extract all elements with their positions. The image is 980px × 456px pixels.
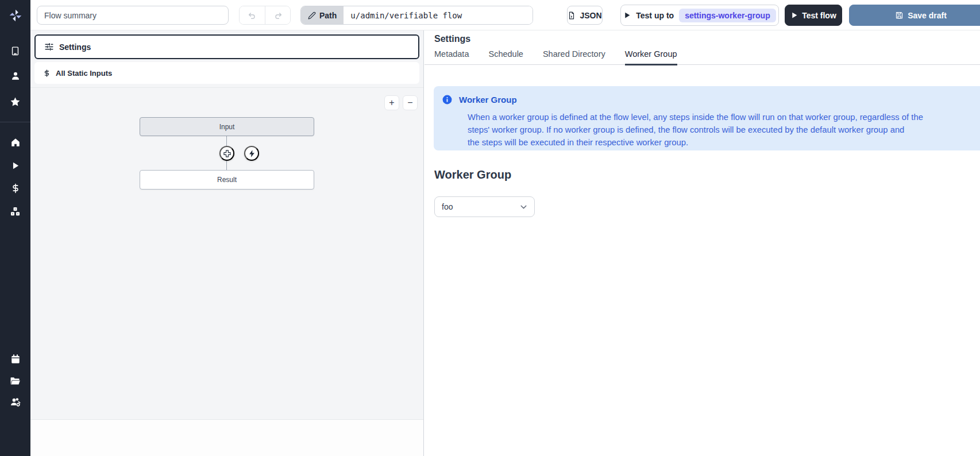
settings-panel-title: Settings (434, 34, 470, 44)
windmill-pinwheel-icon (8, 8, 23, 23)
tab-metadata[interactable]: Metadata (434, 49, 469, 64)
sidebar-item-resources[interactable] (0, 201, 30, 222)
app-sidebar (0, 0, 30, 456)
undo-icon (248, 11, 257, 20)
redo-button[interactable] (265, 6, 290, 24)
sidebar-item-schedules[interactable] (0, 349, 30, 369)
path-value-input[interactable] (344, 6, 533, 24)
input-node[interactable]: Input (140, 117, 314, 136)
tab-schedule[interactable]: Schedule (488, 49, 523, 64)
flow-footer-strip (30, 419, 423, 456)
variables-dollar-icon (10, 183, 21, 194)
alert-line: When a worker group is defined at the fl… (468, 111, 980, 123)
favorites-star-icon (10, 96, 21, 107)
sidebar-item-home[interactable] (0, 132, 30, 153)
folders-icon (10, 376, 21, 387)
input-node-label: Input (219, 123, 235, 131)
info-icon (442, 94, 453, 105)
save-draft-button[interactable]: Save draft (849, 5, 980, 26)
settings-panel: Settings Metadata Schedule Shared Direct… (425, 30, 980, 456)
sidebar-item-workers[interactable] (0, 392, 30, 412)
dollar-icon (43, 69, 51, 78)
worker-group-select-value: foo (442, 202, 453, 211)
edit-path-button[interactable]: Path (301, 6, 344, 24)
test-up-to-button[interactable]: Test up to settings-worker-group (620, 5, 779, 26)
json-button[interactable]: JSON (567, 6, 603, 25)
flow-settings-label: Settings (59, 42, 91, 52)
chevron-down-icon (519, 202, 528, 212)
add-trigger-button[interactable] (244, 146, 259, 161)
play-icon (790, 11, 798, 19)
tab-worker-group[interactable]: Worker Group (625, 49, 677, 65)
windmill-logo[interactable] (0, 0, 30, 30)
sidebar-item-favorites[interactable] (0, 91, 30, 112)
sidebar-item-folders[interactable] (0, 370, 30, 391)
zap-icon (248, 149, 256, 158)
canvas-zoom-in-button[interactable]: + (384, 95, 399, 110)
save-draft-label: Save draft (908, 11, 947, 20)
save-icon (895, 11, 904, 20)
canvas-zoom-out-button[interactable]: − (403, 95, 418, 110)
runs-play-icon (10, 161, 20, 171)
resources-boxes-icon (10, 206, 21, 217)
sidebar-item-runs[interactable] (0, 155, 30, 176)
canvas-separator (30, 87, 423, 88)
plus-cross-icon (223, 149, 232, 158)
alert-line: steps' worker group. If no worker group … (468, 123, 980, 136)
test-up-to-label: Test up to (636, 11, 674, 20)
path-group: Path (300, 6, 533, 25)
alert-line: the steps will be executed in their resp… (468, 136, 980, 149)
test-up-to-step-badge: settings-worker-group (679, 9, 776, 22)
sidebar-item-workspace[interactable] (0, 40, 30, 61)
editor-topbar: Path JSON Test up to settings-worker-gro… (30, 0, 980, 30)
alert-body: When a worker group is defined at the fl… (468, 111, 980, 149)
test-flow-label: Test flow (802, 11, 836, 20)
home-icon (10, 137, 21, 148)
workers-group-icon (10, 396, 21, 408)
user-icon (10, 71, 21, 81)
undo-button[interactable] (240, 6, 265, 24)
tab-shared-directory[interactable]: Shared Directory (543, 49, 605, 64)
worker-group-section-title: Worker Group (434, 168, 511, 181)
undo-redo-group (239, 6, 291, 25)
play-icon (623, 11, 631, 19)
path-chip-label: Path (319, 11, 337, 20)
flow-summary-input[interactable] (37, 6, 229, 25)
file-json-icon (568, 11, 576, 20)
redo-icon (273, 11, 283, 20)
result-node[interactable]: Result (140, 170, 314, 190)
test-flow-button[interactable]: Test flow (785, 5, 842, 26)
result-node-label: Result (217, 176, 237, 184)
sidebar-item-user[interactable] (0, 65, 30, 86)
add-step-button[interactable] (219, 146, 234, 161)
worker-group-info-alert: Worker Group When a worker group is defi… (434, 86, 980, 150)
sidebar-divider (0, 122, 30, 122)
json-button-label: JSON (580, 11, 601, 20)
schedules-calendar-icon (10, 354, 21, 364)
sidebar-item-variables[interactable] (0, 178, 30, 199)
sliders-icon (44, 42, 54, 52)
flow-graph-panel: Settings All Static Inputs + − Input Res… (30, 30, 424, 456)
settings-tabs: Metadata Schedule Shared Directory Worke… (425, 49, 980, 65)
all-static-inputs-label: All Static Inputs (56, 69, 112, 78)
pencil-icon (308, 11, 316, 20)
alert-title: Worker Group (459, 95, 517, 105)
all-static-inputs-node[interactable]: All Static Inputs (34, 62, 419, 84)
worker-group-select[interactable]: foo (434, 196, 535, 217)
flow-settings-node[interactable]: Settings (34, 34, 419, 59)
workspace-building-icon (10, 46, 20, 56)
